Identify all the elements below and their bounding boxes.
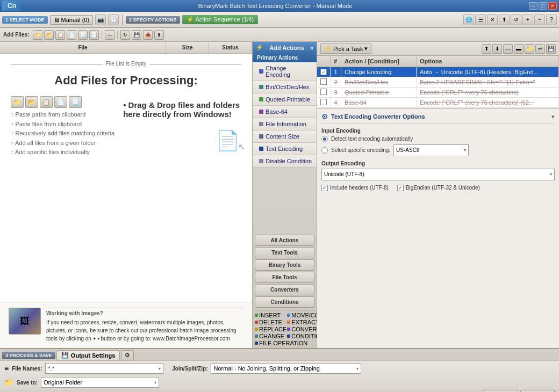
- empty-divider: File List is Empty: [11, 64, 241, 65]
- promo-text: If you need to process, resize, convert,…: [46, 318, 243, 343]
- minus-icon-btn[interactable]: −: [534, 14, 545, 25]
- bottom-content: ≡ File Names: *.* ▾ Join/Split/Zip: Norm…: [0, 360, 559, 389]
- specific-encoding-value: US-ASCII: [396, 147, 464, 153]
- table-row[interactable]: 1 Change Encoding Auto → Unicode (UTF-8)…: [317, 67, 559, 77]
- file-tools-btn[interactable]: File Tools: [255, 272, 314, 283]
- action-text-encoding[interactable]: Text Encoding: [253, 143, 317, 155]
- row-num-2: 2: [331, 77, 341, 87]
- clock-btn[interactable]: 🕐: [108, 14, 119, 25]
- af-minus-btn[interactable]: —: [105, 30, 114, 40]
- quick-add-1[interactable]: 📁: [11, 96, 24, 108]
- action-label-7: Disable Condition: [266, 158, 312, 164]
- rh-minus-btn[interactable]: —: [503, 44, 513, 54]
- th-num: #: [331, 56, 341, 67]
- row-checkbox-2[interactable]: [320, 78, 327, 85]
- drag-drop-hint: • Drag & Drop files and foldershere dire…: [123, 100, 240, 119]
- quick-add-4[interactable]: 📄: [54, 96, 67, 108]
- rh-down-btn[interactable]: ⬇: [492, 44, 502, 54]
- settings-tab[interactable]: ⚙: [121, 350, 134, 360]
- add-file-3-btn[interactable]: 📋: [55, 30, 65, 40]
- action-bin-oct[interactable]: Bin/Oct/Dec/Hex: [253, 81, 317, 93]
- add-file-1-btn[interactable]: 📁: [33, 30, 42, 40]
- action-quoted-printable[interactable]: Quoted-Printable: [253, 93, 317, 106]
- row-checkbox-3[interactable]: [320, 89, 327, 95]
- legend-dot-condition: [287, 335, 290, 338]
- lines-icon-btn[interactable]: ☰: [475, 14, 486, 25]
- binary-tools-btn[interactable]: Binary Tools: [255, 259, 314, 271]
- question-icon-btn[interactable]: ?: [546, 14, 557, 25]
- af-save-btn[interactable]: 💾: [132, 30, 141, 40]
- action-base64[interactable]: Base-64: [253, 106, 317, 118]
- row-name-2: Bin/Oct/Dec/Hex: [341, 77, 417, 87]
- stop-button[interactable]: STOP: [484, 390, 518, 392]
- action-seq-btn[interactable]: ⚡ Action Sequence (1/4): [182, 15, 259, 24]
- filenames-input[interactable]: *.* ▾: [45, 363, 163, 374]
- quick-add-3[interactable]: 📋: [40, 96, 53, 108]
- table-row[interactable]: 4 Base-64 Encode ("CRLF" every 76 charac…: [317, 97, 559, 107]
- pick-task-btn[interactable]: ⚡ Pick a Task ▾: [320, 43, 371, 54]
- minimize-btn[interactable]: ─: [529, 2, 538, 10]
- cursor-icon-area: 📄↖: [123, 129, 240, 152]
- af-up-btn[interactable]: ⬆: [154, 30, 164, 40]
- quick-add-5[interactable]: 📃: [69, 96, 82, 108]
- converters-btn[interactable]: Converters: [255, 284, 314, 295]
- up-arrow-btn[interactable]: ⬆: [499, 14, 510, 25]
- bigendian-checkbox[interactable]: [397, 185, 404, 191]
- action-change-encoding[interactable]: Change Encoding: [253, 62, 317, 81]
- camera-btn[interactable]: 📷: [95, 14, 106, 25]
- join-dropdown-arrow: ▾: [356, 366, 359, 371]
- row-checkbox-1[interactable]: [320, 69, 327, 75]
- radio-specific-label: Select specific encoding:: [331, 147, 390, 153]
- primary-actions-header: Primary Actions: [253, 53, 317, 62]
- maximize-btn[interactable]: □: [539, 2, 547, 10]
- quick-add-2[interactable]: 📂: [25, 96, 38, 108]
- af-export-btn[interactable]: 📤: [143, 30, 153, 40]
- output-encoding-dropdown[interactable]: Unicode (UTF-8) ▾: [321, 169, 555, 180]
- refresh-btn[interactable]: ↺: [511, 14, 521, 25]
- add-file-5-btn[interactable]: 📃: [78, 30, 88, 40]
- row-name-4: Base-64: [341, 97, 417, 107]
- action-disable-condition[interactable]: Disable Condition: [253, 155, 317, 168]
- globe-icon-btn[interactable]: 🌐: [463, 14, 474, 25]
- legend-dot-file-op: [255, 342, 258, 345]
- action-content-size[interactable]: Content Size: [253, 130, 317, 143]
- rh-save-btn[interactable]: 💾: [546, 44, 556, 54]
- conditions-btn[interactable]: Conditions: [255, 296, 314, 308]
- table-row[interactable]: 3 Quoted-Printable Encode ("CRLF" every …: [317, 87, 559, 97]
- text-tools-btn[interactable]: Text Tools: [255, 247, 314, 258]
- output-encoding-value: Unicode (UTF-8): [324, 171, 550, 177]
- radio-auto-btn[interactable]: [321, 136, 328, 142]
- rh-lines-btn[interactable]: ▬: [514, 44, 524, 54]
- all-actions-btn[interactable]: All Actions: [255, 235, 314, 246]
- rh-arrow-btn[interactable]: ↩: [535, 44, 545, 54]
- collapse-btn[interactable]: «: [310, 45, 313, 51]
- window-controls[interactable]: ─ □ ✕: [529, 2, 557, 10]
- dot-purple: [259, 110, 263, 114]
- right-panel: ⚡ Pick a Task ▾ ⬆ ⬇ — ▬ 📁 ↩ 💾 # Action /…: [317, 42, 559, 348]
- join-split-dropdown[interactable]: Normal - No Joining, Splitting, or Zippi…: [211, 363, 361, 374]
- row-checkbox-4[interactable]: [320, 99, 327, 105]
- folder-icon: 📁: [4, 378, 13, 387]
- rh-folder-btn[interactable]: 📁: [525, 44, 534, 54]
- manual-btn[interactable]: 🖥 Manual (0): [50, 15, 94, 25]
- cross-icon-btn[interactable]: ✕: [487, 14, 498, 25]
- sidebar-bottom-btns: All Actions Text Tools Binary Tools File…: [253, 233, 317, 310]
- headers-checkbox[interactable]: [321, 185, 328, 191]
- output-settings-tab[interactable]: 💾 Output Settings: [56, 350, 120, 360]
- action-file-info[interactable]: File Information: [253, 118, 317, 130]
- plus-icon-btn[interactable]: +: [522, 14, 533, 25]
- empty-label: File List is Empty: [103, 61, 150, 67]
- start-button[interactable]: START: [520, 390, 555, 392]
- rh-up-btn[interactable]: ⬆: [482, 44, 491, 54]
- add-file-6-btn[interactable]: 📑: [89, 30, 99, 40]
- table-row[interactable]: 2 Bin/Oct/Dec/Hex Bytes 2 HEXADECIMAL: S…: [317, 77, 559, 87]
- radio-specific-btn[interactable]: [321, 147, 328, 154]
- specific-encoding-dropdown[interactable]: US-ASCII ▾: [393, 144, 469, 156]
- close-btn[interactable]: ✕: [548, 2, 557, 10]
- options-collapse-btn[interactable]: ▾: [551, 113, 555, 120]
- save-to-dropdown[interactable]: Original Folder ▾: [41, 377, 159, 388]
- headers-label: Include headers (UTF-8): [330, 185, 389, 191]
- af-refresh-btn[interactable]: ↻: [120, 30, 130, 40]
- add-file-4-btn[interactable]: 📄: [67, 30, 76, 40]
- add-file-2-btn[interactable]: 📂: [44, 30, 54, 40]
